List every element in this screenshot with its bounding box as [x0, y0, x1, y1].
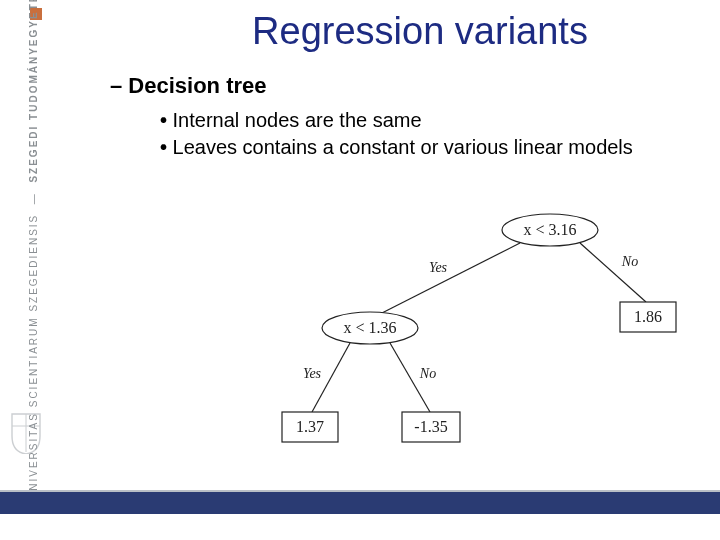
tree-leaf-lr-label: -1.35: [414, 418, 447, 435]
edge-label-no-2: No: [419, 366, 436, 381]
edge-label-yes-2: Yes: [303, 366, 322, 381]
svg-line-2: [380, 243, 520, 314]
bullet-item: Leaves contains a constant or various li…: [160, 136, 720, 159]
crest-icon: [10, 412, 42, 454]
tree-leaf-right-label: 1.86: [634, 308, 662, 325]
bullet-list: Internal nodes are the same Leaves conta…: [160, 109, 720, 159]
svg-line-3: [580, 243, 646, 302]
edge-label-no: No: [621, 254, 638, 269]
slide-content: Regression variants – Decision tree Inte…: [60, 0, 720, 510]
footer-bar: [0, 492, 720, 514]
slide-subheading: – Decision tree: [110, 73, 720, 99]
bullet-item: Internal nodes are the same: [160, 109, 720, 132]
tree-root-label: x < 3.16: [523, 221, 576, 238]
decision-tree-diagram: x < 3.16 Yes No x < 1.36 1.86 Yes No 1.3…: [260, 210, 690, 470]
institution-line2: SZEGEDI TUDOMÁNYEGYETEM: [28, 0, 39, 183]
tree-leaf-ll-label: 1.37: [296, 418, 324, 435]
slide-title: Regression variants: [120, 10, 720, 53]
sidebar: UNIVERSITAS SCIENTIARUM SZEGEDIENSIS — S…: [0, 0, 48, 540]
tree-internal-label: x < 1.36: [343, 319, 396, 336]
institution-line1: UNIVERSITAS SCIENTIARUM SZEGEDIENSIS: [28, 214, 39, 500]
edge-label-yes: Yes: [429, 260, 448, 275]
